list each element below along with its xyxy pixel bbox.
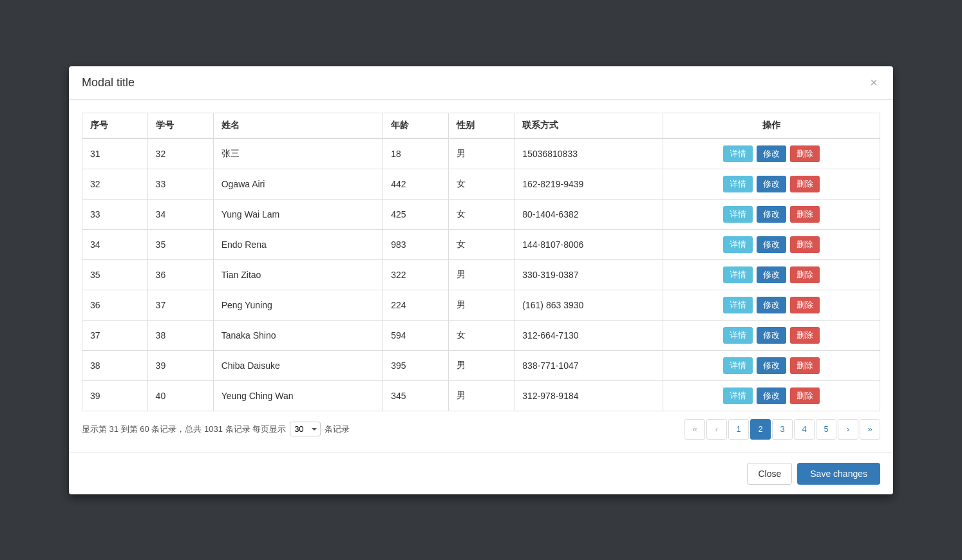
page-last-button[interactable]: »	[860, 419, 880, 440]
cell-id: 35	[147, 229, 213, 259]
cell-seq: 36	[82, 290, 147, 320]
cell-ops: 详情 修改 删除	[663, 138, 880, 169]
cell-ops: 详情 修改 删除	[663, 350, 880, 380]
modal-header: Modal title ×	[69, 66, 893, 100]
cell-name: Peng Yuning	[213, 290, 383, 320]
cell-gender: 男	[449, 380, 514, 411]
edit-button[interactable]: 修改	[757, 387, 786, 404]
cell-ops: 详情 修改 删除	[663, 169, 880, 199]
table-row: 38 39 Chiba Daisuke 395 男 838-771-1047 详…	[82, 350, 880, 380]
cell-id: 37	[147, 290, 213, 320]
cell-name: Tanaka Shino	[213, 320, 383, 350]
page-5-button[interactable]: 5	[816, 419, 836, 440]
data-table: 序号 学号 姓名 年龄 性别 联系方式 操作 31 32 张三 18 男	[82, 113, 880, 411]
page-1-button[interactable]: 1	[728, 419, 749, 440]
col-header-id: 学号	[147, 113, 213, 138]
page-size-select[interactable]: 30 10 50 100	[290, 422, 321, 436]
page-prev-button[interactable]: ‹	[706, 419, 727, 440]
edit-button[interactable]: 修改	[757, 297, 786, 313]
cell-contact: 162-8219-9439	[514, 169, 663, 199]
table-row: 39 40 Yeung Ching Wan 345 男 312-978-9184…	[82, 380, 880, 411]
cell-gender: 女	[449, 229, 514, 259]
delete-button[interactable]: 删除	[790, 297, 820, 313]
page-first-button[interactable]: «	[684, 419, 705, 440]
page-4-button[interactable]: 4	[794, 419, 815, 440]
col-header-ops: 操作	[663, 113, 880, 138]
delete-button[interactable]: 删除	[790, 145, 820, 162]
delete-button[interactable]: 删除	[790, 206, 820, 223]
page-2-button[interactable]: 2	[750, 419, 771, 440]
cell-gender: 男	[449, 290, 514, 320]
cell-gender: 女	[449, 169, 514, 199]
cell-seq: 37	[82, 320, 147, 350]
pagination-info-suffix: 条记录	[325, 424, 350, 435]
detail-button[interactable]: 详情	[723, 297, 753, 313]
edit-button[interactable]: 修改	[757, 327, 786, 344]
close-x-button[interactable]: ×	[867, 76, 880, 89]
cell-id: 33	[147, 169, 213, 199]
delete-button[interactable]: 删除	[790, 357, 820, 374]
edit-button[interactable]: 修改	[757, 176, 786, 192]
table-row: 33 34 Yung Wai Lam 425 女 80-1404-6382 详情…	[82, 199, 880, 229]
close-button[interactable]: Close	[747, 463, 792, 485]
col-header-seq: 序号	[82, 113, 147, 138]
table-row: 37 38 Tanaka Shino 594 女 312-664-7130 详情…	[82, 320, 880, 350]
cell-id: 39	[147, 350, 213, 380]
delete-button[interactable]: 删除	[790, 176, 820, 192]
cell-age: 345	[383, 380, 449, 411]
detail-button[interactable]: 详情	[723, 145, 753, 162]
cell-seq: 39	[82, 380, 147, 411]
cell-name: Endo Rena	[213, 229, 383, 259]
modal-dialog: Modal title × 序号 学号 姓名 年龄 性别 联系方式 操作	[69, 66, 893, 494]
detail-button[interactable]: 详情	[723, 176, 753, 192]
save-changes-button[interactable]: Save changes	[797, 463, 880, 485]
detail-button[interactable]: 详情	[723, 357, 753, 374]
edit-button[interactable]: 修改	[757, 357, 786, 374]
delete-button[interactable]: 删除	[790, 266, 820, 283]
cell-id: 36	[147, 259, 213, 290]
cell-id: 38	[147, 320, 213, 350]
cell-ops: 详情 修改 删除	[663, 229, 880, 259]
detail-button[interactable]: 详情	[723, 236, 753, 253]
cell-seq: 38	[82, 350, 147, 380]
detail-button[interactable]: 详情	[723, 266, 753, 283]
delete-button[interactable]: 删除	[790, 327, 820, 344]
cell-age: 425	[383, 199, 449, 229]
detail-button[interactable]: 详情	[723, 206, 753, 223]
modal-title: Modal title	[82, 76, 135, 89]
edit-button[interactable]: 修改	[757, 236, 786, 253]
page-3-button[interactable]: 3	[772, 419, 793, 440]
table-wrapper[interactable]: 序号 学号 姓名 年龄 性别 联系方式 操作 31 32 张三 18 男	[82, 113, 880, 411]
cell-contact: 15036810833	[514, 138, 663, 169]
delete-button[interactable]: 删除	[790, 387, 820, 404]
page-next-button[interactable]: ›	[838, 419, 858, 440]
delete-button[interactable]: 删除	[790, 236, 820, 253]
cell-seq: 32	[82, 169, 147, 199]
cell-contact: 312-664-7130	[514, 320, 663, 350]
cell-name: Ogawa Airi	[213, 169, 383, 199]
cell-id: 34	[147, 199, 213, 229]
cell-name: Tian Zitao	[213, 259, 383, 290]
cell-name: Yung Wai Lam	[213, 199, 383, 229]
cell-ops: 详情 修改 删除	[663, 199, 880, 229]
cell-gender: 男	[449, 350, 514, 380]
table-row: 35 36 Tian Zitao 322 男 330-319-0387 详情 修…	[82, 259, 880, 290]
edit-button[interactable]: 修改	[757, 266, 786, 283]
table-row: 31 32 张三 18 男 15036810833 详情 修改 删除	[82, 138, 880, 169]
cell-contact: 80-1404-6382	[514, 199, 663, 229]
detail-button[interactable]: 详情	[723, 327, 753, 344]
cell-id: 32	[147, 138, 213, 169]
edit-button[interactable]: 修改	[757, 145, 786, 162]
cell-ops: 详情 修改 删除	[663, 320, 880, 350]
col-header-name: 姓名	[213, 113, 383, 138]
cell-ops: 详情 修改 删除	[663, 259, 880, 290]
table-row: 32 33 Ogawa Airi 442 女 162-8219-9439 详情 …	[82, 169, 880, 199]
cell-age: 224	[383, 290, 449, 320]
cell-age: 442	[383, 169, 449, 199]
cell-contact: 144-8107-8006	[514, 229, 663, 259]
detail-button[interactable]: 详情	[723, 387, 753, 404]
table-header-row: 序号 学号 姓名 年龄 性别 联系方式 操作	[82, 113, 880, 138]
cell-gender: 女	[449, 199, 514, 229]
edit-button[interactable]: 修改	[757, 206, 786, 223]
cell-seq: 31	[82, 138, 147, 169]
